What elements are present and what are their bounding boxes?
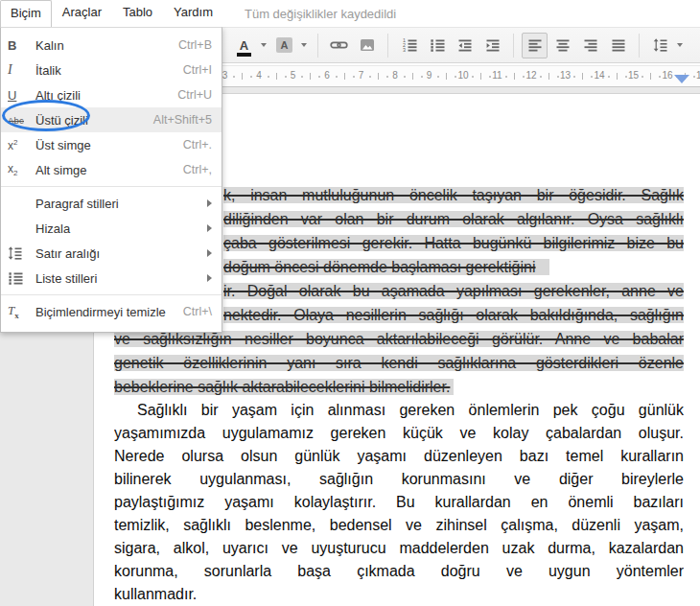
menu-item-paragraph-styles[interactable]: Paragraf stilleri (1, 191, 222, 216)
strikethrough-icon: Abc (8, 107, 31, 132)
toolbar-separator (317, 34, 318, 58)
ruler-number: 4 (252, 70, 266, 81)
save-status: Tüm değişiklikler kaydedildi (245, 7, 396, 21)
svg-text:3: 3 (403, 47, 406, 53)
menu-item-clear-formatting[interactable]: TxBiçimlendirmeyi temizleCtrl+\ (1, 299, 222, 324)
menu-item-align[interactable]: Hizala (1, 216, 222, 241)
highlight-color-button[interactable]: A (271, 33, 297, 58)
menu-separator (1, 294, 222, 295)
align-left-button[interactable] (522, 33, 548, 58)
menu-item-shortcut: Ctrl+, (183, 163, 212, 176)
selected-strikethrough-text: genetik özelliklerinin yanı sıra kendi s… (114, 355, 684, 371)
body-text: sigara, alkol, uyarıcı ve uyuşturucu mad… (114, 540, 684, 556)
clear-format-icon: Tx (8, 299, 31, 324)
ruler-dot (642, 76, 643, 78)
italic-icon: I (8, 58, 31, 82)
menubar-item-tablo[interactable]: Tablo (112, 0, 163, 27)
bold-icon: B (8, 33, 31, 58)
ruler-dot (404, 76, 406, 78)
menu-item-italic[interactable]: IİtalikCtrl+I (1, 58, 222, 82)
insert-link-icon (330, 37, 348, 53)
ruler-tick (310, 73, 311, 80)
menubar-item-araçlar[interactable]: Araçlar (52, 0, 112, 27)
align-right-icon (583, 37, 598, 53)
selected-strikethrough-text: bebeklerine sağlık aktarabileceklerini b… (114, 379, 454, 395)
ruler-dot (268, 76, 269, 78)
ruler-tick (548, 73, 549, 80)
menu-item-label: Hizala (35, 221, 70, 236)
ruler-tick (514, 73, 515, 80)
align-icon (8, 216, 31, 241)
ruler-dot (336, 76, 338, 78)
numbered-list-button[interactable]: 123 (396, 33, 422, 58)
highlight-color-icon: A (276, 37, 292, 53)
increase-indent-icon (485, 37, 501, 53)
body-text: Nerede olursa olsun günlük yaşamı düzenl… (114, 448, 684, 464)
document-line: temizlik, sağlıklı beslenme, bedensel ve… (114, 514, 684, 537)
menu-item-label: Üstü çizili (35, 113, 88, 128)
format-menu: BKalınCtrl+BIİtalikCtrl+IUAltı çiziliCtr… (0, 27, 222, 333)
ruler-number: 13 (559, 70, 572, 81)
align-center-button[interactable] (549, 33, 575, 58)
menu-item-shortcut: Ctrl+B (178, 38, 212, 52)
insert-link-button[interactable] (326, 33, 352, 58)
align-center-icon (555, 37, 571, 53)
menu-item-underline[interactable]: UAltı çiziliCtrl+U (1, 82, 222, 107)
menu-item-label: Altı çizili (35, 88, 81, 103)
right-indent-marker-icon[interactable] (674, 75, 689, 83)
menubar-item-yardım[interactable]: Yardım (163, 0, 223, 27)
menubar-item-biçim[interactable]: Biçim (0, 0, 52, 27)
body-text: paylaştığımız yaşamı kolaylaştırır. Bu k… (114, 494, 684, 510)
menu-item-label: İtalik (35, 63, 61, 78)
text-color-icon: A (238, 39, 250, 52)
menu-item-label: Biçimlendirmeyi temizle (35, 305, 166, 319)
ruler-dot (608, 76, 610, 78)
ruler-dot (540, 76, 542, 78)
document-line: ir. Doğal olarak bu aşamada yapılması ge… (223, 280, 684, 303)
insert-image-button[interactable] (354, 33, 380, 58)
highlight-color-dropdown-arrow-icon[interactable] (301, 43, 307, 47)
menu-item-line-spacing[interactable]: Satır aralığı (1, 241, 222, 266)
menu-item-bold[interactable]: BKalınCtrl+B (1, 33, 222, 58)
menu-item-list-styles[interactable]: Liste stilleri (1, 266, 222, 291)
menu-item-label: Liste stilleri (35, 271, 97, 286)
decrease-indent-button[interactable] (452, 33, 478, 58)
align-right-button[interactable] (577, 33, 603, 58)
selected-strikethrough-text: çaba gösterilmesi gerekir. Hatta bugünkü… (223, 235, 684, 251)
menu-item-subscript[interactable]: x2Alt simgeCtrl+, (1, 157, 222, 182)
document-line: nektedir. Olaya nesillerin sağlığı olara… (223, 304, 684, 327)
ruler-tick (412, 73, 413, 80)
align-justify-button[interactable] (605, 33, 631, 58)
ruler-dot (472, 76, 474, 78)
document-line: paylaştığımız yaşamı kolaylaştırır. Bu k… (114, 491, 684, 514)
document-line: bebeklerine sağlık aktarabileceklerini b… (114, 376, 684, 399)
menu-item-strikethrough[interactable]: AbcÜstü çiziliAlt+Shift+5 (1, 107, 222, 132)
increase-indent-button[interactable] (479, 33, 505, 58)
document-line: sigara, alkol, uyarıcı ve uyuşturucu mad… (114, 537, 684, 560)
ruler-number: 14 (593, 70, 606, 81)
body-text: korunma, sorunlarla başa çıkmada doğru v… (114, 563, 684, 579)
document-line: yaşamımızda uygulamamız gereken küçük ve… (114, 422, 684, 445)
superscript-icon: x2 (8, 132, 31, 157)
document-line: Nerede olursa olsun günlük yaşamı düzenl… (114, 445, 684, 468)
selected-strikethrough-text: doğum öncesi dönemde başlaması gerektiği… (223, 259, 549, 275)
toolbar-separator (387, 34, 388, 58)
menu-item-label: Alt simge (35, 163, 86, 177)
body-text: bilinerek uygulanması, sağlığın korunmas… (114, 471, 684, 487)
document-line: korunma, sorunlarla başa çıkmada doğru v… (114, 560, 684, 583)
text-color-dropdown-arrow-icon[interactable] (261, 43, 267, 47)
ruler-number: 15 (627, 70, 641, 81)
menu-item-superscript[interactable]: x2Üst simgeCtrl+. (1, 132, 222, 157)
bulleted-list-button[interactable] (424, 33, 450, 58)
line-spacing-icon (8, 241, 31, 266)
ruler-number: 17 (695, 70, 700, 81)
toolbar-separator (513, 34, 514, 58)
selected-strikethrough-text: ve sağlıksızlığın nesiller boyunca aktar… (114, 331, 684, 347)
text-color-button[interactable]: A (231, 33, 257, 58)
ruler-number: 8 (388, 70, 402, 81)
highlight-color-icon: A (276, 37, 292, 53)
menu-item-shortcut: Ctrl+\ (183, 305, 212, 318)
line-spacing-button[interactable] (647, 33, 673, 58)
submenu-arrow-icon (207, 274, 212, 282)
line-spacing-dropdown-arrow-icon[interactable] (677, 43, 683, 47)
